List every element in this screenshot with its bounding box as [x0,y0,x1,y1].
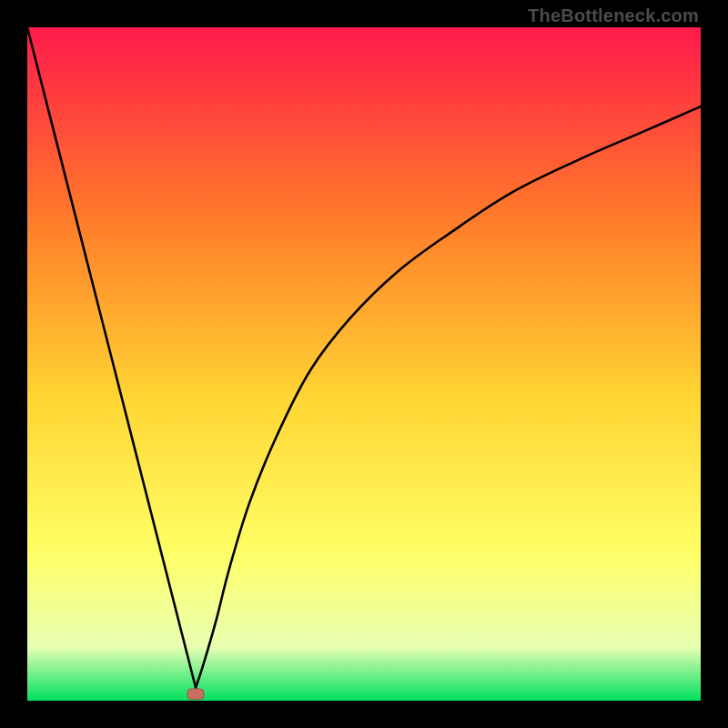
plot-svg [27,27,701,701]
minimum-marker [187,689,204,700]
watermark-text: TheBottleneck.com [528,5,699,26]
plot-area [27,27,701,701]
chart-frame: TheBottleneck.com [0,0,728,728]
gradient-background [27,27,701,701]
